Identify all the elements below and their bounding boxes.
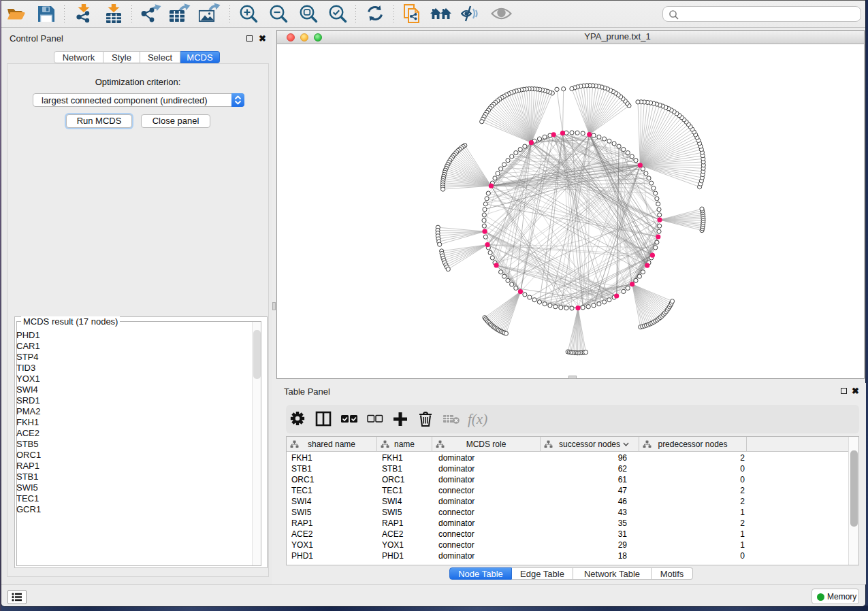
svg-text:f(x): f(x) — [468, 411, 487, 427]
